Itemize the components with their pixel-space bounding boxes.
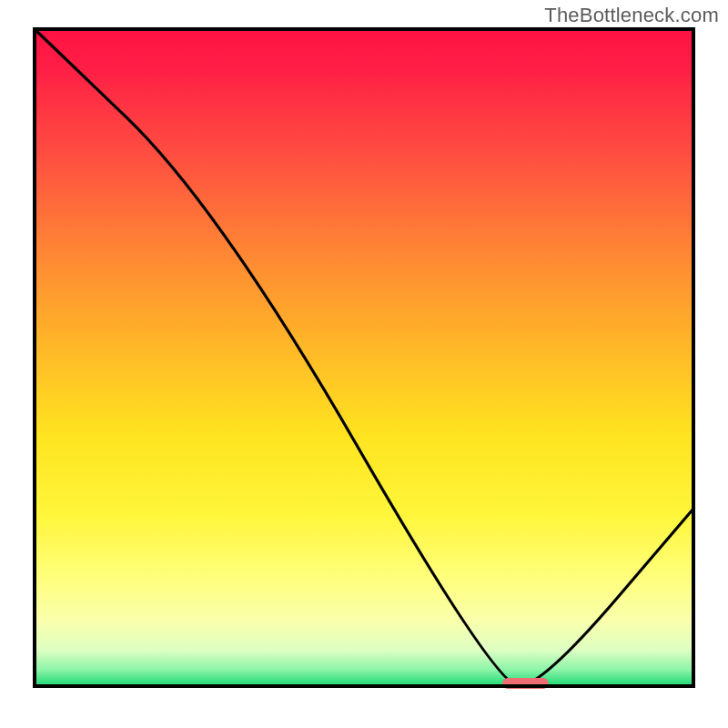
plot-background bbox=[35, 29, 693, 686]
watermark-text: TheBottleneck.com bbox=[544, 4, 719, 27]
bottleneck-chart bbox=[0, 0, 728, 728]
